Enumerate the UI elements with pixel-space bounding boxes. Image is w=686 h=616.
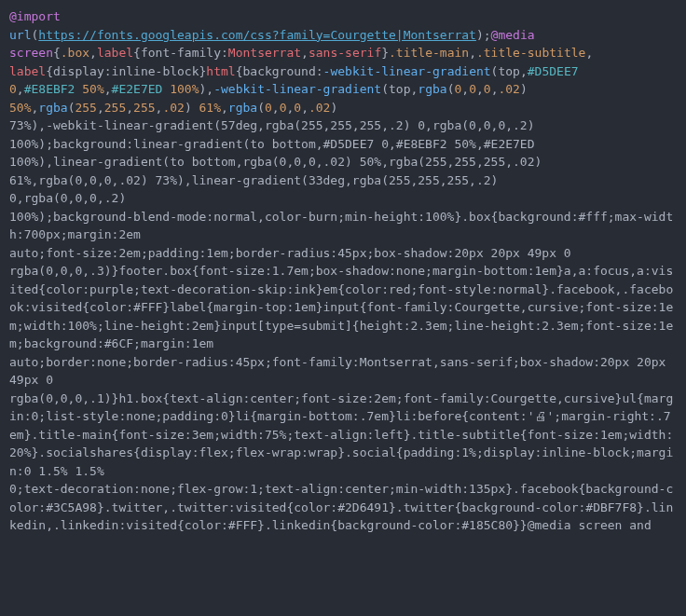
color-d5dee7: #D5DEE7 bbox=[528, 64, 579, 78]
color-e8ebf2: #E8EBF2 bbox=[24, 82, 75, 96]
selector-label2: label bbox=[9, 64, 46, 78]
selector-title-main: .title-main bbox=[389, 46, 469, 60]
at-import-keyword: @import bbox=[9, 9, 61, 23]
printer-emoji: '🖨' bbox=[528, 409, 555, 423]
value-sans-serif: sans-serif bbox=[309, 46, 381, 60]
brace-open: { bbox=[53, 46, 61, 60]
selector-html: html bbox=[206, 64, 235, 78]
paren-close: ) bbox=[476, 28, 484, 42]
value-montserrat: Montserrat bbox=[228, 46, 301, 60]
prop-font-family: font-family bbox=[141, 46, 221, 60]
selector-title-subtitle: .title-subtitle bbox=[476, 46, 585, 60]
selector-label: label bbox=[97, 46, 133, 60]
url-function: url bbox=[9, 28, 31, 42]
selector-box: .box bbox=[61, 46, 89, 60]
code-editor[interactable]: @import url(https://fonts.googleapis.com… bbox=[0, 0, 686, 542]
url-string: https://fonts.googleapis.com/css?family=… bbox=[38, 28, 476, 42]
at-media-keyword: @media bbox=[491, 28, 535, 42]
screen-keyword: screen bbox=[9, 46, 53, 60]
color-e2e7ed: #E2E7ED bbox=[112, 82, 163, 96]
semicolon: ; bbox=[484, 28, 491, 42]
